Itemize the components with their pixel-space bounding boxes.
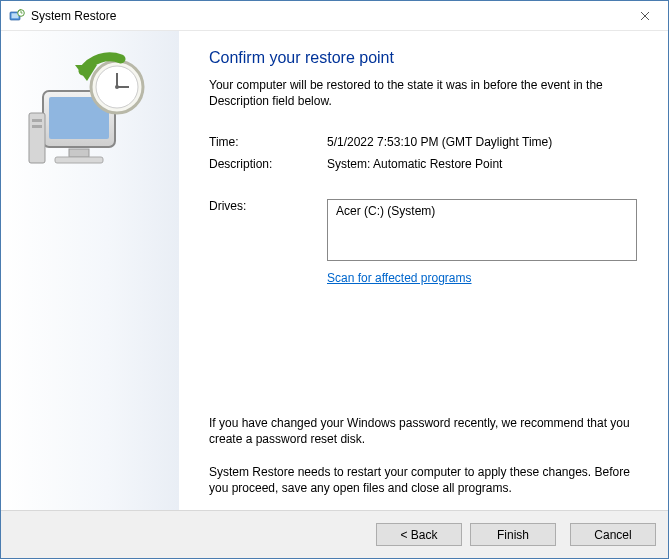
time-row: Time: 5/1/2022 7:53:10 PM (GMT Daylight … [209,135,648,149]
page-subtext: Your computer will be restored to the st… [209,77,648,109]
drive-item: Acer (C:) (System) [336,204,628,218]
sidebar [1,31,179,510]
titlebar: System Restore [1,1,668,31]
back-button[interactable]: < Back [376,523,462,546]
page-heading: Confirm your restore point [209,49,648,67]
cancel-button[interactable]: Cancel [570,523,656,546]
description-label: Description: [209,157,327,171]
password-note: If you have changed your Windows passwor… [209,415,648,447]
time-label: Time: [209,135,327,149]
description-value: System: Automatic Restore Point [327,157,648,171]
app-icon [9,8,25,24]
close-button[interactable] [622,1,668,31]
time-value: 5/1/2022 7:53:10 PM (GMT Daylight Time) [327,135,648,149]
system-restore-window: System Restore [0,0,669,559]
svg-rect-7 [55,157,103,163]
footer: < Back Finish Cancel [1,510,668,558]
system-restore-icon [25,51,155,181]
svg-rect-6 [69,149,89,157]
main-content: Confirm your restore point Your computer… [179,31,668,510]
drives-list: Acer (C:) (System) [327,199,637,261]
finish-button[interactable]: Finish [470,523,556,546]
window-title: System Restore [31,9,622,23]
drives-label: Drives: [209,199,327,261]
svg-rect-10 [32,125,42,128]
drives-row: Drives: Acer (C:) (System) [209,199,648,261]
description-row: Description: System: Automatic Restore P… [209,157,648,171]
restart-note: System Restore needs to restart your com… [209,464,648,496]
scan-affected-programs-link[interactable]: Scan for affected programs [327,271,472,285]
close-icon [640,11,650,21]
svg-rect-9 [32,119,42,122]
svg-point-15 [115,85,119,89]
body: Confirm your restore point Your computer… [1,31,668,510]
notes: If you have changed your Windows passwor… [209,415,648,496]
